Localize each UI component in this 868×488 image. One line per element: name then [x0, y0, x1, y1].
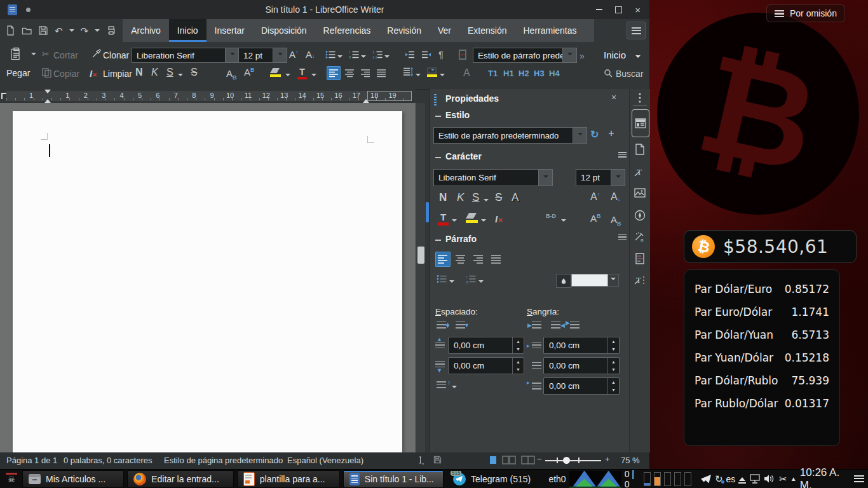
- meter-2[interactable]: [654, 472, 661, 486]
- cut-label[interactable]: Cortar: [53, 50, 78, 60]
- sidebar-font-color-icon[interactable]: T: [438, 212, 449, 226]
- sidebar-superscript-icon[interactable]: AB: [590, 214, 601, 223]
- sidebar-font-combo[interactable]: Liberation Serif: [433, 169, 553, 186]
- tray-update-icon[interactable]: ↻: [715, 474, 723, 484]
- zoom-slider[interactable]: [545, 460, 601, 461]
- sidebar-align-center-icon[interactable]: [453, 252, 468, 267]
- paragraph-bg-color-combo[interactable]: [571, 274, 619, 287]
- task-writer[interactable]: Sin título 1 - Lib...: [343, 470, 444, 488]
- font-color-icon[interactable]: T: [297, 67, 307, 79]
- outline-list-dropdown-icon[interactable]: [384, 55, 390, 60]
- task-telegram[interactable]: 515 Telegram (515): [447, 470, 538, 488]
- cut-icon[interactable]: ✂: [42, 49, 50, 59]
- paragraph-bg-color-icon[interactable]: [556, 274, 571, 288]
- tab-gallery[interactable]: [630, 188, 650, 198]
- superscript-icon[interactable]: AB: [244, 67, 255, 77]
- sidebar-bold-icon[interactable]: N: [439, 192, 447, 203]
- sidebar-style-combo[interactable]: Estilo de párrafo predeterminado: [433, 127, 587, 144]
- underline-dropdown-icon[interactable]: [178, 74, 183, 79]
- open-icon[interactable]: [22, 25, 32, 36]
- search-icon[interactable]: [604, 69, 613, 78]
- indent-before-field[interactable]: 0,00 cm▲▼: [543, 337, 620, 354]
- sidebar-splitter[interactable]: [425, 103, 430, 452]
- document-page[interactable]: [13, 111, 402, 452]
- redo-dropdown-icon[interactable]: [95, 29, 100, 34]
- above-spacing-icon[interactable]: ▲: [435, 342, 445, 349]
- task-firefox[interactable]: Editar la entrad...: [127, 470, 234, 488]
- align-left-icon[interactable]: [327, 66, 341, 80]
- sidebar-highlight-dropdown-icon[interactable]: [481, 219, 486, 224]
- tab-page[interactable]: [630, 144, 650, 155]
- style-h1-button[interactable]: H1: [503, 69, 514, 78]
- menubar-hamburger-icon[interactable]: [627, 22, 646, 39]
- spacing-below-field[interactable]: 0,00 cm▲▼: [448, 357, 524, 374]
- menu-inicio[interactable]: Inicio: [169, 19, 207, 42]
- sidebar-size-combo[interactable]: 12 pt: [576, 169, 625, 186]
- sidebar-grow-font-icon[interactable]: A↑: [590, 192, 600, 202]
- network-graph[interactable]: [569, 471, 621, 487]
- bold-icon[interactable]: N: [135, 67, 143, 78]
- desktop-theme-menu-button[interactable]: Por omisión: [766, 4, 845, 22]
- clone-label[interactable]: Clonar: [103, 50, 129, 60]
- copy-icon[interactable]: [42, 68, 51, 78]
- indent-first-field[interactable]: 0,00 cm▲▼: [543, 377, 620, 395]
- sidebar-align-left-icon[interactable]: [435, 252, 451, 267]
- font-size-combo[interactable]: 12 pt: [238, 48, 287, 63]
- paste-dropdown-icon[interactable]: [31, 53, 36, 58]
- undo-dropdown-icon[interactable]: [69, 29, 74, 34]
- tab-accessibility-check[interactable]: a: [630, 231, 650, 243]
- sidebar-grip-icon[interactable]: [434, 94, 437, 105]
- menu-revision[interactable]: Revisión: [379, 19, 430, 42]
- formatting-marks-icon[interactable]: ¶: [438, 50, 444, 59]
- menu-extension[interactable]: Extensión: [459, 19, 515, 42]
- sidebar-increase-indent-icon[interactable]: ▶: [532, 322, 541, 329]
- character-spacing-dropdown-icon[interactable]: [561, 219, 566, 224]
- character-spacing-icon[interactable]: B-D: [546, 214, 556, 220]
- keyboard-layout[interactable]: es: [726, 474, 735, 484]
- zoom-slider-thumb[interactable]: [563, 457, 570, 464]
- update-style-icon[interactable]: ↻: [590, 128, 599, 140]
- sidebar-font-color-dropdown-icon[interactable]: [452, 219, 457, 224]
- status-wordcount[interactable]: 0 palabras, 0 caracteres: [64, 456, 152, 465]
- tab-navigator[interactable]: [630, 210, 650, 221]
- sidebar-numbered-list-dropdown-icon[interactable]: [478, 280, 484, 285]
- maximize-icon[interactable]: [615, 6, 622, 13]
- sidebar-underline-icon[interactable]: S: [472, 192, 479, 203]
- paste-label[interactable]: Pegar: [6, 68, 30, 78]
- menu-herramientas[interactable]: Herramientas: [515, 19, 585, 42]
- highlight-color-icon[interactable]: [270, 68, 281, 77]
- tray-telegram-icon[interactable]: [701, 475, 712, 484]
- section-dropdown-icon[interactable]: [635, 55, 641, 60]
- paragraph-style-combo[interactable]: Estilo de párrafo prede: [473, 48, 577, 63]
- undo-icon[interactable]: ↶: [55, 26, 63, 36]
- new-style-icon[interactable]: +: [608, 127, 614, 140]
- strikethrough-icon[interactable]: S: [191, 67, 198, 78]
- style-h2-button[interactable]: H2: [519, 69, 529, 78]
- redo-icon[interactable]: ↷: [81, 26, 89, 36]
- shrink-font-icon[interactable]: A↓: [306, 50, 315, 59]
- bullet-list-icon[interactable]: [325, 50, 336, 59]
- search-label[interactable]: Buscar: [616, 69, 644, 79]
- clock[interactable]: 10:26 A. M.: [800, 466, 851, 488]
- grow-font-icon[interactable]: A↑: [289, 50, 299, 59]
- status-page[interactable]: Página 1 de 1: [6, 456, 57, 465]
- indent-after-field[interactable]: 0,00 cm▲▼: [543, 357, 620, 374]
- align-right-icon[interactable]: [358, 66, 372, 80]
- meter-5[interactable]: [684, 472, 691, 486]
- document-modified-icon[interactable]: [433, 456, 442, 464]
- tab-style-inspector[interactable]: T: [630, 274, 650, 286]
- before-text-indent-icon[interactable]: ▸: [532, 342, 541, 349]
- sidebar-shadow-icon[interactable]: A: [512, 192, 519, 203]
- font-name-combo[interactable]: Liberation Serif: [132, 48, 240, 63]
- vertical-scrollbar[interactable]: [416, 103, 426, 452]
- line-spacing-icon[interactable]: [403, 67, 413, 77]
- tray-expand-icon[interactable]: ▲: [790, 476, 797, 482]
- font-color-dropdown-icon[interactable]: [311, 74, 316, 79]
- clear-formatting-icon[interactable]: I✕: [90, 68, 97, 79]
- sidebar-bullet-list-dropdown-icon[interactable]: [449, 280, 454, 285]
- highlight-dropdown-icon[interactable]: [285, 74, 290, 79]
- collapse-character-icon[interactable]: [435, 157, 441, 158]
- line-spacing-dropdown-icon[interactable]: [416, 74, 421, 79]
- sidebar-bullet-list-icon[interactable]: [437, 274, 447, 283]
- status-language[interactable]: Español (Venezuela): [287, 456, 363, 465]
